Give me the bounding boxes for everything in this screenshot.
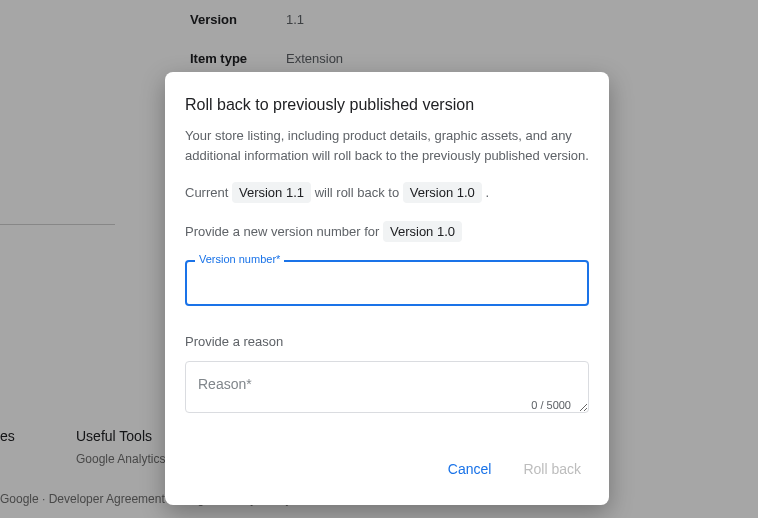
new-version-line: Provide a new version number for Version… xyxy=(185,220,589,243)
rollback-button[interactable]: Roll back xyxy=(511,453,593,485)
reason-input[interactable] xyxy=(185,361,589,413)
rollback-dialog: Roll back to previously published versio… xyxy=(165,72,609,505)
character-count: 0 / 5000 xyxy=(531,399,571,411)
dialog-actions: Cancel Roll back xyxy=(165,429,609,497)
reason-field: 0 / 5000 xyxy=(185,361,589,417)
text-rollback-mid: will roll back to xyxy=(315,185,403,200)
dialog-content: Roll back to previously published versio… xyxy=(165,96,609,417)
version-number-label: Version number* xyxy=(195,253,284,265)
current-version-chip: Version 1.1 xyxy=(232,182,311,203)
new-version-prefix: Provide a new version number for xyxy=(185,224,383,239)
target-version-chip: Version 1.0 xyxy=(403,182,482,203)
text-current-prefix: Current xyxy=(185,185,232,200)
version-rollback-line: Current Version 1.1 will roll back to Ve… xyxy=(185,181,589,204)
text-rollback-suffix: . xyxy=(485,185,489,200)
dialog-title: Roll back to previously published versio… xyxy=(185,96,589,114)
cancel-button[interactable]: Cancel xyxy=(436,453,504,485)
version-number-field: Version number* xyxy=(185,260,589,306)
version-number-input[interactable] xyxy=(185,260,589,306)
reason-section-label: Provide a reason xyxy=(185,334,589,349)
new-version-chip: Version 1.0 xyxy=(383,221,462,242)
dialog-description: Your store listing, including product de… xyxy=(185,126,589,165)
